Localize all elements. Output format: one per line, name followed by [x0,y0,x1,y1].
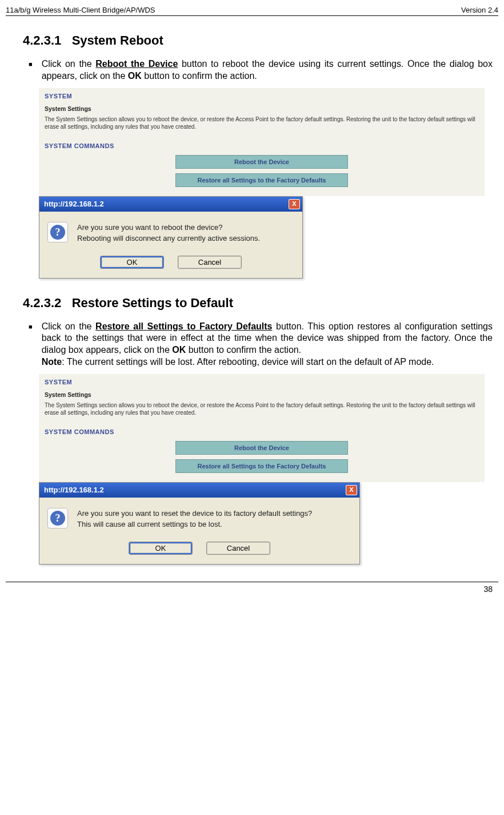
section-heading-reboot: 4.2.3.1 System Reboot [23,33,498,48]
panel-commands-title: SYSTEM COMMANDS [45,142,479,149]
system-panel: SYSTEM System Settings The System Settin… [39,374,485,482]
section-num: 4.2.3.1 [23,33,61,47]
confirm-dialog-reboot: http://192.168.1.2 X ? Are you sure you … [39,196,303,279]
dialog-titlebar: http://192.168.1.2 X [39,197,302,212]
close-icon[interactable]: X [289,199,300,209]
confirm-dialog-restore: http://192.168.1.2 X ? Are you sure you … [39,482,360,564]
dialog-title-text: http://192.168.1.2 [44,486,104,494]
bullet-text: Click on the Restore all Settings to Fac… [42,321,493,368]
text: Click on the [42,59,96,69]
dialog-line2: Rebooting will disconnect any currently … [77,233,260,244]
emph-ok: OK [172,345,186,355]
note-text: : The current settings will be lost. Aft… [62,357,434,367]
panel-description: The System Settings section allows you t… [45,116,479,131]
bullet-reboot: ■ Click on the Reboot the Device button … [29,58,493,82]
bullet-marker-icon: ■ [29,321,33,368]
system-panel: SYSTEM System Settings The System Settin… [39,88,485,196]
dialog-line2: This will cause all current settings to … [77,519,312,530]
page-header: 11a/b/g Wireless Multi-Client Bridge/AP/… [6,6,498,16]
text: button to confirm the action. [142,71,257,81]
cancel-button[interactable]: Cancel [206,542,270,555]
reboot-device-button[interactable]: Reboot the Device [175,155,348,169]
cancel-button[interactable]: Cancel [178,256,242,269]
note-label: Note [42,357,62,367]
emph-reboot-device: Reboot the Device [95,59,178,69]
ok-button[interactable]: OK [100,256,164,269]
restore-defaults-button[interactable]: Restore all Settings to the Factory Defa… [175,173,348,187]
panel-title: SYSTEM [45,379,479,385]
page-footer: 38 [6,582,498,594]
panel-description: The System Settings section allows you t… [45,401,479,417]
section-heading-restore: 4.2.3.2 Restore Settings to Default [23,296,498,311]
reboot-device-button[interactable]: Reboot the Device [175,441,348,455]
dialog-line1: Are you sure you want to reset the devic… [77,508,312,519]
question-icon: ? [47,508,68,528]
ok-button[interactable]: OK [129,542,193,555]
header-left: 11a/b/g Wireless Multi-Client Bridge/AP/… [6,6,155,14]
bullet-restore: ■ Click on the Restore all Settings to F… [29,321,493,368]
close-icon[interactable]: X [346,485,357,495]
page-number: 38 [483,585,493,594]
question-icon: ? [47,222,68,242]
dialog-titlebar: http://192.168.1.2 X [39,483,359,498]
panel-commands-title: SYSTEM COMMANDS [45,428,479,435]
panel-subtitle: System Settings [45,105,479,112]
text: Click on the [42,321,95,331]
emph-restore-defaults: Restore all Settings to Factory Defaults [95,321,272,331]
section-title: System Reboot [72,33,163,47]
section-title: Restore Settings to Default [72,296,233,310]
dialog-message: Are you sure you want to reset the devic… [77,508,312,530]
panel-subtitle: System Settings [45,391,479,398]
bullet-marker-icon: ■ [29,58,33,82]
text: button to confirm the action. [186,345,301,355]
bullet-text: Click on the Reboot the Device button to… [42,58,493,82]
panel-title: SYSTEM [45,93,479,100]
header-right: Version 2.4 [461,6,498,14]
emph-ok: OK [128,71,142,81]
dialog-line1: Are you sure you want to reboot the devi… [77,222,260,233]
section-num: 4.2.3.2 [23,296,61,310]
dialog-title-text: http://192.168.1.2 [44,200,104,208]
restore-defaults-button[interactable]: Restore all Settings to the Factory Defa… [175,459,348,473]
dialog-message: Are you sure you want to reboot the devi… [77,222,260,244]
